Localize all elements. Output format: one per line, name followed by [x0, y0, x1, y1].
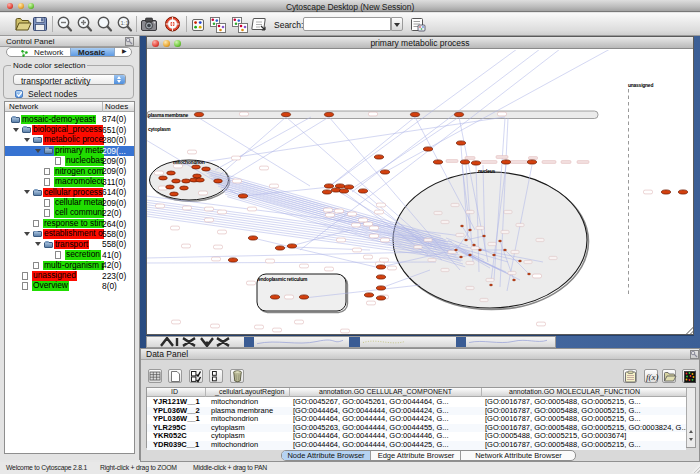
svg-text:unassigned: unassigned — [628, 83, 653, 88]
svg-text:nucleus: nucleus — [478, 169, 496, 174]
svg-text:1:1: 1:1 — [120, 20, 129, 26]
svg-text:plasma membrane: plasma membrane — [148, 113, 188, 118]
svg-text:cytoplasm: cytoplasm — [148, 127, 171, 132]
svg-text:f(x): f(x) — [646, 372, 659, 382]
svg-text:endoplasmic reticulum: endoplasmic reticulum — [258, 277, 308, 282]
